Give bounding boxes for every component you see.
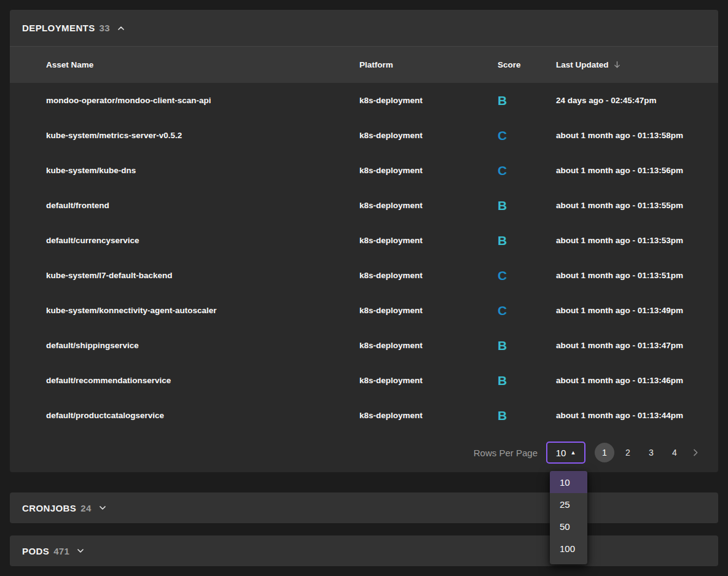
last-updated: about 1 month ago - 01:13:55pm bbox=[556, 201, 718, 210]
triangle-up-icon: ▲ bbox=[570, 450, 576, 456]
platform: k8s-deployment bbox=[359, 201, 498, 210]
table-row[interactable]: kube-system/l7-default-backend k8s-deplo… bbox=[10, 258, 718, 293]
score-grade: B bbox=[498, 198, 556, 213]
last-updated: about 1 month ago - 01:13:44pm bbox=[556, 411, 718, 420]
score-grade: C bbox=[498, 163, 556, 178]
chevron-up-icon bbox=[116, 23, 126, 33]
page-button-4[interactable]: 4 bbox=[665, 443, 684, 462]
last-updated: about 1 month ago - 01:13:46pm bbox=[556, 376, 718, 385]
chevron-down-icon bbox=[98, 503, 108, 513]
platform: k8s-deployment bbox=[359, 131, 498, 140]
platform: k8s-deployment bbox=[359, 376, 498, 385]
table-row[interactable]: default/shippingservice k8s-deployment B… bbox=[10, 328, 718, 363]
last-updated: about 1 month ago - 01:13:51pm bbox=[556, 271, 718, 280]
page-button-1[interactable]: 1 bbox=[595, 443, 614, 462]
table-row[interactable]: kube-system/metrics-server-v0.5.2 k8s-de… bbox=[10, 118, 718, 153]
platform: k8s-deployment bbox=[359, 411, 498, 420]
page-button-2[interactable]: 2 bbox=[618, 443, 638, 462]
page-buttons: 1 2 3 4 bbox=[593, 443, 705, 462]
page-button-3[interactable]: 3 bbox=[641, 443, 661, 462]
score-grade: B bbox=[498, 93, 556, 108]
last-updated: 24 days ago - 02:45:47pm bbox=[556, 96, 718, 105]
score-grade: C bbox=[498, 303, 556, 318]
last-updated: about 1 month ago - 01:13:53pm bbox=[556, 236, 718, 245]
table-row[interactable]: default/currencyservice k8s-deployment B… bbox=[10, 223, 718, 258]
asset-name: kube-system/konnectivity-agent-autoscale… bbox=[46, 306, 359, 315]
platform: k8s-deployment bbox=[359, 236, 498, 245]
column-header-asset-name[interactable]: Asset Name bbox=[46, 60, 359, 69]
rows-per-page-menu: 10 25 50 100 bbox=[550, 471, 587, 564]
column-header-score[interactable]: Score bbox=[498, 60, 556, 69]
deployments-title: DEPLOYMENTS bbox=[22, 23, 95, 33]
last-updated: about 1 month ago - 01:13:58pm bbox=[556, 131, 718, 140]
table-row[interactable]: mondoo-operator/mondoo-client-scan-api k… bbox=[10, 83, 718, 118]
score-grade: C bbox=[498, 128, 556, 143]
cronjobs-title: CRONJOBS bbox=[22, 503, 76, 513]
asset-name: default/currencyservice bbox=[46, 236, 359, 245]
score-grade: C bbox=[498, 268, 556, 283]
score-grade: B bbox=[498, 373, 556, 388]
rows-per-page-option-25[interactable]: 25 bbox=[550, 493, 587, 515]
table-row[interactable]: default/recommendationservice k8s-deploy… bbox=[10, 363, 718, 398]
column-header-last-updated[interactable]: Last Updated bbox=[556, 60, 718, 69]
chevron-right-icon bbox=[691, 448, 700, 457]
table-header-row: Asset Name Platform Score Last Updated bbox=[10, 47, 718, 83]
asset-name: default/productcatalogservice bbox=[46, 411, 359, 420]
pods-count: 471 bbox=[53, 546, 69, 556]
last-updated: about 1 month ago - 01:13:49pm bbox=[556, 306, 718, 315]
assets-page: DEPLOYMENTS 33 Asset Name Platform Score… bbox=[0, 0, 728, 576]
deployments-table-body: mondoo-operator/mondoo-client-scan-api k… bbox=[10, 83, 718, 433]
asset-name: kube-system/metrics-server-v0.5.2 bbox=[46, 131, 359, 140]
deployments-count: 33 bbox=[100, 23, 111, 33]
platform: k8s-deployment bbox=[359, 166, 498, 175]
asset-name: default/recommendationservice bbox=[46, 376, 359, 385]
asset-name: kube-system/l7-default-backend bbox=[46, 271, 359, 280]
cronjobs-section-header[interactable]: CRONJOBS 24 bbox=[10, 492, 718, 523]
score-grade: B bbox=[498, 233, 556, 248]
deployments-section: DEPLOYMENTS 33 Asset Name Platform Score… bbox=[10, 10, 718, 472]
table-row[interactable]: kube-system/kube-dns k8s-deployment C ab… bbox=[10, 153, 718, 188]
asset-name: kube-system/kube-dns bbox=[46, 166, 359, 175]
platform: k8s-deployment bbox=[359, 341, 498, 350]
score-grade: B bbox=[498, 338, 556, 353]
last-updated: about 1 month ago - 01:13:56pm bbox=[556, 166, 718, 175]
table-row[interactable]: default/productcatalogservice k8s-deploy… bbox=[10, 398, 718, 433]
rows-per-page-select[interactable]: 10 ▲ bbox=[546, 442, 585, 464]
next-page-button[interactable] bbox=[686, 443, 705, 462]
chevron-down-icon bbox=[76, 546, 85, 556]
table-row[interactable]: default/frontend k8s-deployment B about … bbox=[10, 188, 718, 223]
column-header-platform[interactable]: Platform bbox=[359, 60, 498, 69]
rows-per-page-value: 10 bbox=[556, 448, 566, 458]
pagination-bar: Rows Per Page 10 ▲ 1 2 3 4 bbox=[10, 433, 718, 472]
cronjobs-count: 24 bbox=[80, 503, 92, 513]
platform: k8s-deployment bbox=[359, 306, 498, 315]
rows-per-page-label: Rows Per Page bbox=[474, 448, 538, 458]
sort-arrow-down-icon bbox=[613, 60, 622, 69]
rows-per-page-option-100[interactable]: 100 bbox=[550, 537, 587, 559]
last-updated: about 1 month ago - 01:13:47pm bbox=[556, 341, 718, 350]
deployments-section-header[interactable]: DEPLOYMENTS 33 bbox=[10, 10, 718, 47]
platform: k8s-deployment bbox=[359, 96, 498, 105]
platform: k8s-deployment bbox=[359, 271, 498, 280]
asset-name: default/shippingservice bbox=[46, 341, 359, 350]
table-row[interactable]: kube-system/konnectivity-agent-autoscale… bbox=[10, 293, 718, 328]
rows-per-page-option-50[interactable]: 50 bbox=[550, 515, 587, 537]
rows-per-page-option-10[interactable]: 10 bbox=[550, 471, 587, 493]
asset-name: mondoo-operator/mondoo-client-scan-api bbox=[46, 96, 359, 105]
pods-section-header[interactable]: PODS 471 bbox=[10, 535, 718, 566]
score-grade: B bbox=[498, 408, 556, 423]
pods-title: PODS bbox=[22, 546, 49, 556]
asset-name: default/frontend bbox=[46, 201, 359, 210]
